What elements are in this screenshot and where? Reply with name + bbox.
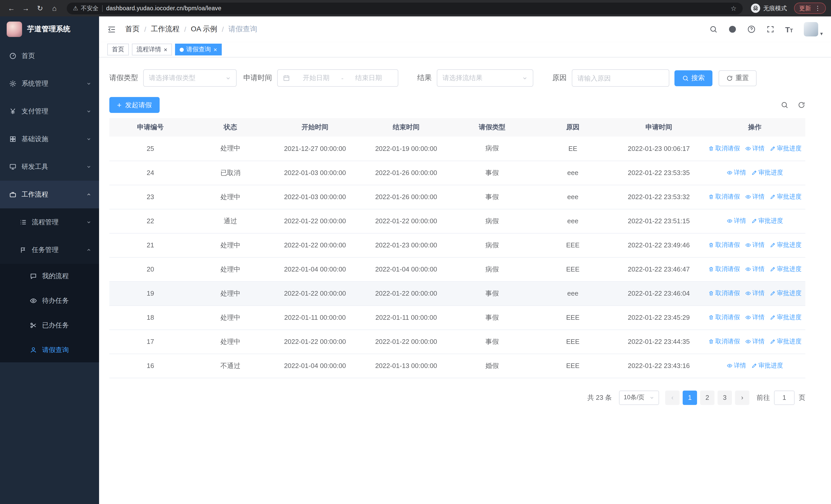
view-icon xyxy=(745,242,751,248)
cancel-leave-link[interactable]: 取消请假 xyxy=(708,144,740,153)
cancel-leave-link[interactable]: 取消请假 xyxy=(708,192,740,201)
cell-end-time: 2022-01-19 00:00:00 xyxy=(361,137,452,161)
progress-link[interactable]: 审批进度 xyxy=(751,168,783,177)
progress-link[interactable]: 审批进度 xyxy=(770,265,801,273)
cell-actions: 详情审批进度 xyxy=(705,161,805,185)
cell-status: 通过 xyxy=(192,209,269,233)
progress-link[interactable]: 审批进度 xyxy=(770,192,801,201)
sidebar-item-home[interactable]: 首页 xyxy=(0,42,99,70)
page-size-select[interactable]: 10条/页 xyxy=(619,390,659,405)
progress-link[interactable]: 审批进度 xyxy=(770,337,801,346)
collapse-sidebar-icon[interactable] xyxy=(107,25,116,34)
sidebar-item-workflow[interactable]: 工作流程 xyxy=(0,181,99,208)
progress-link[interactable]: 审批进度 xyxy=(751,216,783,225)
cell-status: 不通过 xyxy=(192,354,269,378)
detail-link[interactable]: 详情 xyxy=(726,361,746,370)
detail-link[interactable]: 详情 xyxy=(745,289,765,298)
detail-link[interactable]: 详情 xyxy=(726,216,746,225)
sidebar-item-done-tasks[interactable]: 已办任务 xyxy=(0,313,99,338)
page-button-3[interactable]: 3 xyxy=(718,390,732,405)
user-avatar[interactable]: ▾ xyxy=(804,22,823,36)
monitor-icon xyxy=(9,163,17,170)
reason-label: 原因 xyxy=(552,73,567,83)
breadcrumb-item[interactable]: 工作流程 xyxy=(151,25,180,34)
prev-page-button[interactable]: ‹ xyxy=(665,390,680,405)
detail-link[interactable]: 详情 xyxy=(745,144,765,153)
progress-link[interactable]: 审批进度 xyxy=(770,313,801,322)
delete-icon xyxy=(708,242,714,248)
detail-link[interactable]: 详情 xyxy=(745,337,765,346)
chevron-down-icon xyxy=(86,164,91,169)
progress-link[interactable]: 审批进度 xyxy=(751,361,783,370)
progress-link[interactable]: 审批进度 xyxy=(770,289,801,298)
cancel-leave-link[interactable]: 取消请假 xyxy=(708,241,740,249)
detail-link[interactable]: 详情 xyxy=(745,313,765,322)
next-page-button[interactable]: › xyxy=(735,390,749,405)
github-icon[interactable] xyxy=(728,25,736,33)
create-leave-button[interactable]: + 发起请假 xyxy=(109,97,160,113)
cancel-leave-link[interactable]: 取消请假 xyxy=(708,337,740,346)
close-icon[interactable]: × xyxy=(213,47,217,53)
search-icon[interactable] xyxy=(709,25,717,33)
cell-status: 处理中 xyxy=(192,329,269,354)
cell-id: 16 xyxy=(109,354,192,378)
back-button[interactable]: ← xyxy=(5,2,18,14)
cancel-leave-link[interactable]: 取消请假 xyxy=(708,289,740,298)
reason-input[interactable] xyxy=(572,69,669,87)
sidebar-item-payment-mgmt[interactable]: 支付管理 xyxy=(0,97,99,125)
help-icon[interactable] xyxy=(747,25,755,33)
page-button-2[interactable]: 2 xyxy=(700,390,715,405)
column-header: 申请时间 xyxy=(613,118,704,137)
sidebar-item-todo-tasks[interactable]: 待办任务 xyxy=(0,289,99,313)
detail-link[interactable]: 详情 xyxy=(745,241,765,249)
search-icon[interactable] xyxy=(781,101,789,109)
refresh-icon[interactable] xyxy=(798,101,805,109)
cell-start-time: 2021-12-27 00:00:00 xyxy=(269,137,361,161)
goto-page-input[interactable] xyxy=(774,390,795,405)
sidebar-item-leave-query[interactable]: 请假查询 xyxy=(0,338,99,362)
leave-type-select[interactable]: 请选择请假类型 xyxy=(143,69,237,87)
result-select[interactable]: 请选择流结果 xyxy=(437,69,533,87)
detail-link[interactable]: 详情 xyxy=(745,265,765,273)
view-icon xyxy=(726,363,732,368)
detail-link[interactable]: 详情 xyxy=(726,168,746,177)
tab-home[interactable]: 首页 xyxy=(107,43,129,55)
address-bar[interactable]: ⚠ 不安全 dashboard.yudao.iocoder.cn/bpm/oa/… xyxy=(67,2,743,14)
progress-link[interactable]: 审批进度 xyxy=(770,241,801,249)
leave-table: 申请编号状态开始时间结束时间请假类型原因申请时间操作 25处理中2021-12-… xyxy=(109,118,805,378)
close-icon[interactable]: × xyxy=(164,47,167,53)
progress-link[interactable]: 审批进度 xyxy=(770,144,801,153)
font-size-icon[interactable]: TT xyxy=(785,25,793,33)
tab-process-detail[interactable]: 流程详情× xyxy=(132,43,172,55)
sidebar-item-dev-tools[interactable]: 研发工具 xyxy=(0,153,99,181)
detail-link[interactable]: 详情 xyxy=(745,192,765,201)
sidebar-item-process-mgmt[interactable]: 流程管理 xyxy=(0,208,99,236)
update-button[interactable]: 更新 ⋮ xyxy=(794,3,826,14)
reload-button[interactable]: ↻ xyxy=(34,2,46,14)
apply-time-range[interactable]: 开始日期 - 结束日期 xyxy=(277,69,398,87)
security-chip[interactable]: ⚠ 不安全 xyxy=(73,4,98,12)
chevron-down-icon xyxy=(86,81,91,86)
sidebar-item-task-mgmt[interactable]: 任务管理 xyxy=(0,236,99,264)
sidebar-item-system-mgmt[interactable]: 系统管理 xyxy=(0,70,99,97)
cell-start-time: 2022-01-04 00:00:00 xyxy=(269,354,361,378)
menu-kebab-icon[interactable]: ⋮ xyxy=(814,5,821,12)
reset-button[interactable]: 重置 xyxy=(719,70,756,86)
browser-chrome: ← → ↻ ⌂ ⚠ 不安全 dashboard.yudao.iocoder.cn… xyxy=(0,0,831,17)
delete-icon xyxy=(708,339,714,345)
search-button[interactable]: 搜索 xyxy=(675,70,712,86)
sidebar-item-my-process[interactable]: 我的流程 xyxy=(0,264,99,289)
app-title: 芋道管理系统 xyxy=(27,25,70,34)
delete-icon xyxy=(708,194,714,200)
tab-leave-query[interactable]: 请假查询× xyxy=(175,43,222,55)
breadcrumb-item[interactable]: 首页 xyxy=(125,25,140,34)
page-button-1[interactable]: 1 xyxy=(683,390,697,405)
forward-button[interactable]: → xyxy=(20,2,32,14)
home-button[interactable]: ⌂ xyxy=(48,2,61,14)
cancel-leave-link[interactable]: 取消请假 xyxy=(708,265,740,273)
breadcrumb-item[interactable]: OA 示例 xyxy=(191,25,218,34)
fullscreen-icon[interactable] xyxy=(766,25,774,33)
bookmark-star-icon[interactable]: ☆ xyxy=(730,4,737,12)
sidebar-item-infrastructure[interactable]: 基础设施 xyxy=(0,125,99,153)
cancel-leave-link[interactable]: 取消请假 xyxy=(708,313,740,322)
